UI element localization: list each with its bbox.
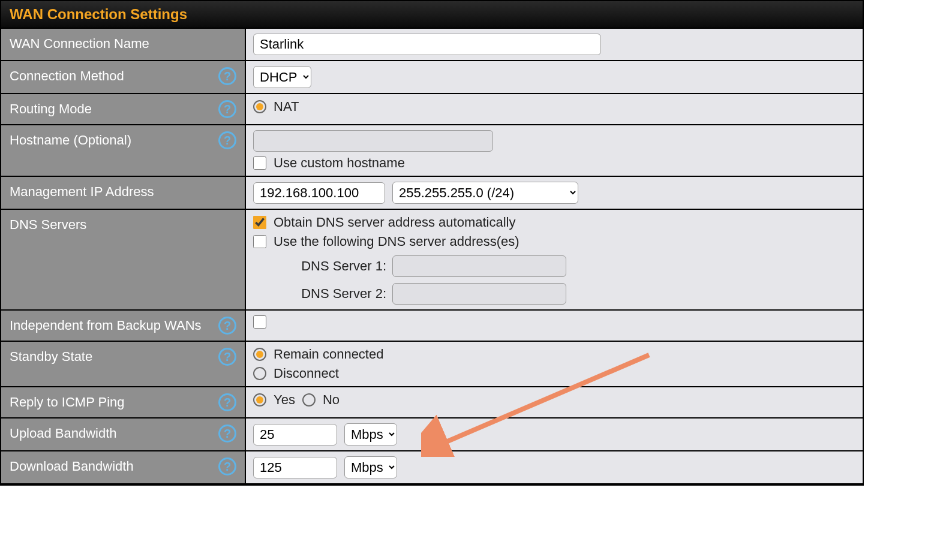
upload-bandwidth-unit-select[interactable]: Mbps [344, 423, 397, 445]
help-icon[interactable]: ? [218, 424, 236, 442]
label-connection-method: Connection Method ? [1, 61, 246, 93]
use-custom-hostname-checkbox[interactable] [253, 156, 266, 170]
row-independent: Independent from Backup WANs ? [1, 311, 863, 342]
label-connection-name: WAN Connection Name [1, 29, 246, 60]
row-connection-method: Connection Method ? DHCP [1, 61, 863, 94]
upload-bandwidth-input[interactable] [253, 424, 337, 445]
standby-disconnect-label: Disconnect [274, 366, 339, 381]
help-icon[interactable]: ? [218, 317, 236, 335]
dns-auto-checkbox[interactable] [253, 216, 266, 229]
icmp-no-radio[interactable] [302, 393, 316, 407]
routing-nat-radio[interactable] [253, 100, 266, 113]
connection-name-input[interactable] [253, 34, 601, 55]
download-bandwidth-unit-select[interactable]: Mbps [344, 456, 397, 478]
row-dns: DNS Servers Obtain DNS server address au… [1, 210, 863, 311]
standby-disconnect-radio[interactable] [253, 367, 266, 380]
icmp-yes-label: Yes [274, 392, 295, 408]
dns-server1-label: DNS Server 1: [284, 258, 386, 274]
hostname-input [253, 130, 493, 152]
icmp-no-label: No [323, 392, 340, 408]
help-icon[interactable]: ? [218, 393, 236, 411]
dns-manual-checkbox[interactable] [253, 235, 266, 248]
label-independent: Independent from Backup WANs ? [1, 311, 246, 341]
row-hostname: Hostname (Optional) ? Use custom hostnam… [1, 125, 863, 177]
row-connection-name: WAN Connection Name [1, 29, 863, 61]
label-upload-bandwidth: Upload Bandwidth ? [1, 419, 246, 450]
dns-manual-label: Use the following DNS server address(es) [274, 234, 519, 249]
label-icmp: Reply to ICMP Ping ? [1, 387, 246, 417]
dns-server1-input [392, 255, 566, 277]
label-routing-mode: Routing Mode ? [1, 94, 246, 124]
management-ip-input[interactable] [253, 182, 385, 204]
routing-nat-label: NAT [274, 99, 299, 115]
row-icmp: Reply to ICMP Ping ? Yes No [1, 387, 863, 419]
dns-server2-label: DNS Server 2: [284, 286, 386, 302]
label-download-bandwidth: Download Bandwidth ? [1, 451, 246, 483]
label-standby: Standby State ? [1, 342, 246, 386]
help-icon[interactable]: ? [218, 348, 236, 366]
help-icon[interactable]: ? [218, 131, 236, 149]
help-icon[interactable]: ? [218, 67, 236, 85]
standby-remain-radio[interactable] [253, 348, 266, 361]
use-custom-hostname-label: Use custom hostname [274, 155, 405, 171]
row-standby: Standby State ? Remain connected Disconn… [1, 342, 863, 387]
label-hostname: Hostname (Optional) ? [1, 125, 246, 176]
row-upload-bandwidth: Upload Bandwidth ? Mbps [1, 419, 863, 451]
management-mask-select[interactable]: 255.255.255.0 (/24) [392, 182, 578, 204]
row-routing-mode: Routing Mode ? NAT [1, 94, 863, 125]
row-management-ip: Management IP Address 255.255.255.0 (/24… [1, 177, 863, 210]
dns-server2-input [392, 283, 566, 305]
label-dns: DNS Servers [1, 210, 246, 309]
download-bandwidth-input[interactable] [253, 457, 337, 478]
wan-settings-panel: WAN Connection Settings WAN Connection N… [0, 0, 864, 486]
panel-header: WAN Connection Settings [1, 1, 863, 29]
dns-auto-label: Obtain DNS server address automatically [274, 215, 516, 230]
row-download-bandwidth: Download Bandwidth ? Mbps [1, 451, 863, 484]
icmp-yes-radio[interactable] [253, 393, 266, 407]
help-icon[interactable]: ? [218, 100, 236, 118]
independent-checkbox[interactable] [253, 315, 266, 329]
label-management-ip: Management IP Address [1, 177, 246, 209]
connection-method-select[interactable]: DHCP [253, 66, 311, 88]
standby-remain-label: Remain connected [274, 347, 383, 362]
help-icon[interactable]: ? [218, 457, 236, 475]
